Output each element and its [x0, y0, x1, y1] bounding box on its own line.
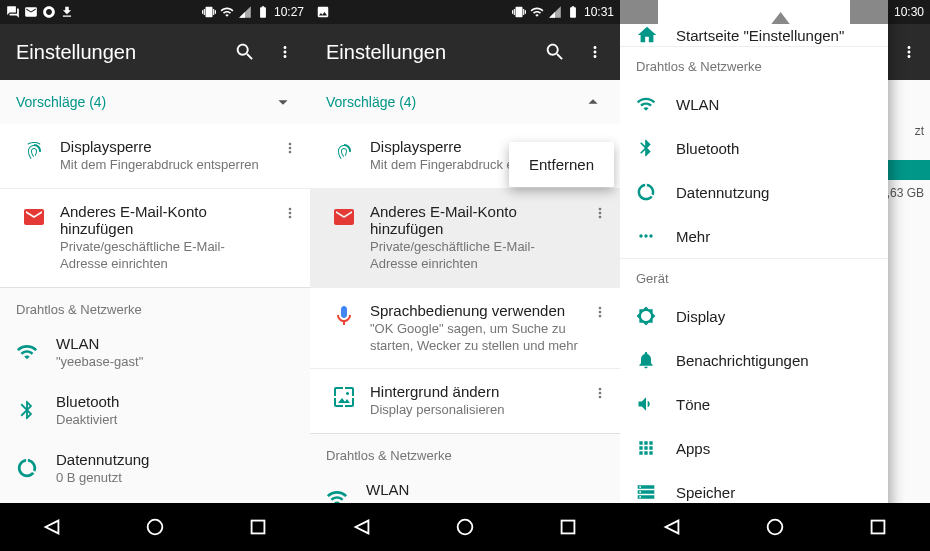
suggestion-title: Displaysperre: [60, 138, 270, 155]
mic-icon: [332, 304, 356, 328]
page-title: Einstellungen: [326, 41, 446, 64]
nav-back-icon[interactable]: [351, 516, 373, 538]
svg-point-4: [768, 520, 783, 535]
suggestion-sub: Private/geschäftliche E-Mail-Adresse ein…: [60, 239, 270, 273]
drawer-more[interactable]: Mehr: [620, 214, 888, 258]
suggestion-voice[interactable]: Sprachbedienung verwenden "OK Google" sa…: [310, 287, 620, 369]
wifi-icon: [16, 341, 38, 363]
suggestion-overflow[interactable]: [278, 203, 302, 223]
camera-status-icon: [42, 5, 56, 19]
nav-home-icon[interactable]: [454, 516, 476, 538]
item-wlan[interactable]: WLAN"yeebase-gast": [310, 469, 620, 503]
chevron-down-icon: [272, 91, 294, 113]
suggestion-displaylock[interactable]: Displaysperre Mit dem Fingerabdruck ents…: [0, 124, 310, 188]
screenshot-2: 10:31 Einstellungen Vorschläge (4) Displ…: [310, 0, 620, 551]
status-time: 10:30: [894, 5, 924, 19]
vibrate-icon: [512, 5, 526, 19]
screenshot-1: 10:27 Einstellungen Vorschläge (4) Displ…: [0, 0, 310, 551]
item-data[interactable]: Datennutzung0 B genutzt: [0, 439, 310, 497]
drawer-bluetooth[interactable]: Bluetooth: [620, 126, 888, 170]
popup-remove-label: Entfernen: [529, 156, 594, 173]
suggestion-email[interactable]: Anderes E-Mail-Konto hinzufügen Private/…: [0, 188, 310, 287]
wifi-icon: [636, 94, 656, 114]
suggestion-title: Anderes E-Mail-Konto hinzufügen: [60, 203, 270, 237]
overflow-icon[interactable]: [586, 41, 604, 63]
more-horizontal-icon: [636, 226, 656, 246]
navigation-bar: [310, 503, 620, 551]
suggestions-label: Vorschläge (4): [16, 94, 106, 110]
content: Vorschläge (4) Displaysperre Mit dem Fin…: [0, 80, 310, 503]
suggestion-overflow[interactable]: [588, 203, 612, 223]
suggestion-overflow[interactable]: [588, 383, 612, 403]
suggestions-header[interactable]: Vorschläge (4): [0, 80, 310, 124]
overflow-icon[interactable]: [900, 41, 918, 63]
apps-icon: [636, 438, 656, 458]
wifi-icon: [326, 487, 348, 503]
toolbar: Einstellungen: [310, 24, 620, 80]
svg-rect-1: [252, 521, 265, 534]
bell-icon: [636, 350, 656, 370]
nav-recent-icon[interactable]: [557, 516, 579, 538]
item-wlan[interactable]: WLAN"yeebase-gast": [0, 323, 310, 381]
suggestion-wallpaper[interactable]: Hintergrund ändern Display personalisier…: [310, 368, 620, 433]
gmail-status-icon: [24, 5, 38, 19]
suggestion-sub: Mit dem Fingerabdruck entsperren: [60, 157, 270, 174]
signal-icon: [548, 5, 562, 19]
popup-remove[interactable]: Entfernen: [509, 142, 614, 187]
display-icon: [636, 306, 656, 326]
drawer-notifications[interactable]: Benachrichtigungen: [620, 338, 888, 382]
notification-icon: [6, 5, 20, 19]
drawer-apps[interactable]: Apps: [620, 426, 888, 470]
content: Vorschläge (4) Displaysperre Mit dem Fin…: [310, 80, 620, 503]
toolbar: Einstellungen: [0, 24, 310, 80]
navigation-bar: [620, 503, 930, 551]
status-time: 10:31: [584, 5, 614, 19]
suggestion-email[interactable]: Anderes E-Mail-Konto hinzufügen Private/…: [310, 188, 620, 287]
screenshot-3: 10:30 2,63 GB zt Startseite "Einstellung…: [620, 0, 930, 551]
bluetooth-icon: [636, 138, 656, 158]
nav-drawer: Startseite "Einstellungen" Drahtlos & Ne…: [620, 0, 888, 551]
download-status-icon: [60, 5, 74, 19]
svg-rect-5: [872, 521, 885, 534]
nav-recent-icon[interactable]: [247, 516, 269, 538]
drawer-section-wireless: Drahtlos & Netzwerke: [620, 46, 888, 82]
image-status-icon: [316, 5, 330, 19]
battery-icon: [256, 5, 270, 19]
nav-home-icon[interactable]: [764, 516, 786, 538]
drawer-section-device: Gerät: [620, 258, 888, 294]
gmail-icon: [22, 205, 46, 229]
battery-icon: [566, 5, 580, 19]
drawer-data[interactable]: Datennutzung: [620, 170, 888, 214]
bluetooth-icon: [16, 399, 38, 421]
nav-back-icon[interactable]: [41, 516, 63, 538]
wifi-icon: [220, 5, 234, 19]
home-icon: [636, 24, 658, 46]
suggestion-overflow[interactable]: [278, 138, 302, 158]
nav-recent-icon[interactable]: [867, 516, 889, 538]
drawer-home[interactable]: Startseite "Einstellungen": [620, 24, 888, 46]
section-wireless: Drahtlos & Netzwerke: [310, 434, 620, 469]
item-bluetooth[interactable]: BluetoothDeaktiviert: [0, 381, 310, 439]
suggestions-header[interactable]: Vorschläge (4): [310, 80, 620, 124]
svg-rect-3: [562, 521, 575, 534]
data-usage-icon: [16, 457, 38, 479]
drawer-sound[interactable]: Töne: [620, 382, 888, 426]
fingerprint-icon: [22, 140, 46, 164]
drawer-display[interactable]: Display: [620, 294, 888, 338]
search-icon[interactable]: [544, 41, 566, 63]
svg-point-2: [458, 520, 473, 535]
nav-back-icon[interactable]: [661, 516, 683, 538]
volume-icon: [636, 394, 656, 414]
truncated-text: zt: [915, 124, 924, 138]
overflow-icon[interactable]: [276, 41, 294, 63]
drawer-wlan[interactable]: WLAN: [620, 82, 888, 126]
wallpaper-icon: [332, 385, 356, 409]
fingerprint-icon: [332, 140, 356, 164]
search-icon[interactable]: [234, 41, 256, 63]
suggestion-overflow[interactable]: [588, 302, 612, 322]
wifi-icon: [530, 5, 544, 19]
nav-home-icon[interactable]: [144, 516, 166, 538]
status-time: 10:27: [274, 5, 304, 19]
chevron-up-icon: [582, 91, 604, 113]
navigation-bar: [0, 503, 310, 551]
